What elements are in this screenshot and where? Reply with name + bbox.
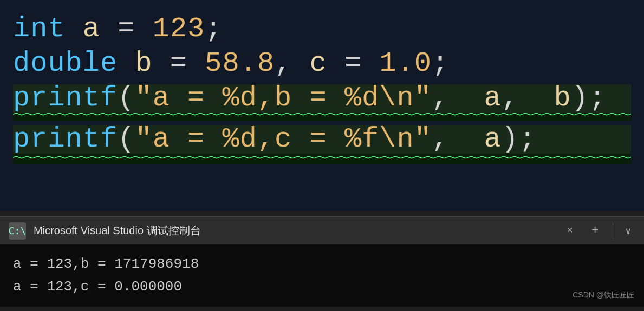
- code-text: c: [292, 50, 344, 78]
- code-text: =: [170, 50, 187, 78]
- wavy-underline-4: [13, 156, 631, 159]
- output-line-1: a = 123,b = 1717986918: [13, 253, 631, 276]
- code-text: [449, 125, 484, 154]
- code-text: ;: [432, 50, 449, 78]
- code-string: "a = %d,b = %d\n": [135, 84, 432, 113]
- code-var: b: [554, 84, 571, 113]
- code-text: =: [344, 50, 362, 78]
- terminal-close-button[interactable]: ×: [562, 223, 577, 238]
- code-var-2: a: [484, 125, 502, 154]
- watermark: CSDN @铁匠匠匠: [573, 290, 634, 300]
- terminal-bar: C:\ Microsoft Visual Studio 调试控制台 × + ∨: [0, 216, 644, 244]
- terminal-divider: [613, 223, 613, 239]
- keyword-double: double: [13, 50, 118, 78]
- code-text: a: [66, 15, 118, 43]
- code-text: [362, 50, 379, 78]
- terminal-add-button[interactable]: +: [585, 223, 605, 239]
- code-text: [519, 84, 554, 113]
- code-text: ;: [589, 84, 606, 113]
- code-text: [449, 84, 484, 113]
- code-text: ): [571, 84, 589, 113]
- code-editor: int a = 123 ; double b = 58.8 , c = 1.0 …: [0, 0, 644, 211]
- code-text: ): [502, 125, 519, 154]
- code-number: 1.0: [379, 50, 432, 78]
- fn-printf: printf: [13, 84, 118, 113]
- terminal-icon: C:\: [9, 222, 26, 240]
- code-text: (: [118, 125, 135, 154]
- code-text: =: [118, 15, 135, 43]
- code-line-3-block: printf ( "a = %d,b = %d\n" , a , b ) ;: [13, 84, 631, 121]
- code-text: ,: [432, 84, 449, 113]
- code-text: [135, 15, 152, 43]
- code-text: ,: [432, 125, 449, 154]
- code-line-1: int a = 123 ;: [13, 15, 631, 43]
- code-line-3: printf ( "a = %d,b = %d\n" , a , b ) ;: [13, 84, 631, 113]
- code-number: 58.8: [205, 50, 275, 78]
- code-number: 123: [153, 15, 205, 43]
- code-text: b: [118, 50, 170, 78]
- code-string-2: "a = %d,c = %f\n": [135, 125, 432, 154]
- code-text: ,: [275, 50, 292, 78]
- fn-printf-2: printf: [13, 125, 118, 154]
- code-var: a: [484, 84, 502, 113]
- code-text: ,: [502, 84, 519, 113]
- code-line-2: double b = 58.8 , c = 1.0 ;: [13, 50, 631, 78]
- terminal-title: Microsoft Visual Studio 调试控制台: [34, 223, 555, 238]
- code-text: ;: [205, 15, 222, 43]
- code-text: ;: [519, 125, 536, 154]
- terminal-output: a = 123,b = 1717986918 a = 123,c = 0.000…: [0, 244, 644, 307]
- code-line-4: printf ( "a = %d,c = %f\n" , a ) ;: [13, 125, 631, 154]
- output-line-2: a = 123,c = 0.000000: [13, 276, 631, 299]
- keyword-int: int: [13, 15, 66, 43]
- terminal-chevron-button[interactable]: ∨: [621, 224, 635, 238]
- code-line-4-block: printf ( "a = %d,c = %f\n" , a ) ;: [13, 125, 631, 164]
- code-text: [187, 50, 205, 78]
- code-text: (: [118, 84, 135, 113]
